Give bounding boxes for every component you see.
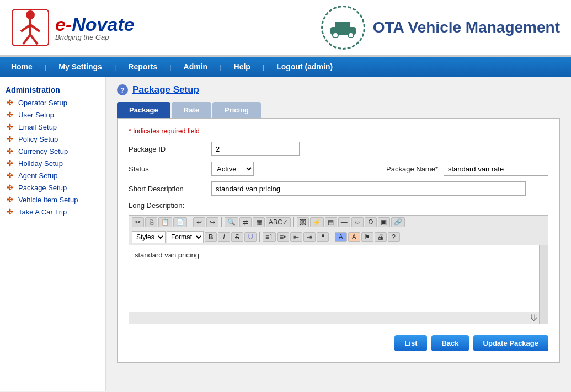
tab-package[interactable]: Package <box>117 102 170 118</box>
rte-btn-cut[interactable]: ✂ <box>132 217 144 227</box>
rte-btn-indent[interactable]: ⇥ <box>303 232 316 242</box>
rte-btn-templates[interactable]: ▣ <box>378 217 390 227</box>
rte-sep1 <box>190 217 190 227</box>
rte-btn-undo[interactable]: ↩ <box>193 217 205 227</box>
sidebar-item-currency-setup[interactable]: ✤ Currency Setup <box>0 145 105 157</box>
rte-btn-copy[interactable]: ⎘ <box>145 217 157 227</box>
rte-btn-redo[interactable]: ↪ <box>206 217 218 227</box>
nav-my-settings[interactable]: My Settings <box>47 57 113 77</box>
rte-format-select[interactable]: Format <box>167 231 204 243</box>
update-package-button[interactable]: Update Package <box>473 335 548 351</box>
required-note: * Indicates required field <box>129 127 548 135</box>
rte-btn-smiley[interactable]: ☺ <box>351 217 364 227</box>
sidebar-label-currency-setup: Currency Setup <box>18 147 68 155</box>
rte-btn-outdent[interactable]: ⇤ <box>290 232 302 242</box>
nav-help[interactable]: Help <box>223 57 262 77</box>
star-icon: ✤ <box>7 183 15 192</box>
rte-btn-paste[interactable]: 📋 <box>158 217 172 227</box>
long-desc-label-row: Long Description: <box>129 201 548 210</box>
rte-btn-grid[interactable]: ▤ <box>325 217 337 227</box>
rte-btn-link[interactable]: 🔗 <box>391 217 405 227</box>
rte-btn-spellcheck[interactable]: ABC✓ <box>266 217 291 227</box>
sidebar-item-agent-setup[interactable]: ✤ Agent Setup <box>0 169 105 181</box>
back-button[interactable]: Back <box>431 335 468 351</box>
rte-btn-paste-text[interactable]: 📄 <box>173 217 187 227</box>
star-icon: ✤ <box>7 147 15 155</box>
sidebar-item-package-setup[interactable]: ✤ Package Setup <box>0 181 105 194</box>
rte-btn-italic[interactable]: I <box>218 232 230 242</box>
rte-btn-hr[interactable]: ― <box>338 217 350 227</box>
rte-toolbar2: Styles Format B I S U ≡1 ≡• ⇤ ⇥ ❝ <box>129 229 548 245</box>
rte-resize-handle[interactable]: ⟱ <box>129 312 539 324</box>
star-icon: ✤ <box>7 135 15 143</box>
rte-scrollbar[interactable] <box>539 245 548 324</box>
sidebar-item-policy-setup[interactable]: ✤ Policy Setup <box>0 133 105 145</box>
rte-btn-underline[interactable]: U <box>244 232 257 242</box>
sidebar-label-holiday-setup: Holiday Setup <box>18 159 63 168</box>
rte-btn-replace[interactable]: ⇄ <box>239 217 252 227</box>
page-title[interactable]: Package Setup <box>132 84 199 95</box>
nav-reports[interactable]: Reports <box>117 57 168 77</box>
svg-point-10 <box>348 33 354 38</box>
rte-btn-ordered-list[interactable]: ≡1 <box>263 232 276 242</box>
rte-btn-help[interactable]: ? <box>388 232 400 242</box>
logo-icon <box>11 8 50 47</box>
nav-admin[interactable]: Admin <box>173 57 219 77</box>
sidebar-item-email-setup[interactable]: ✤ Email Setup <box>0 121 105 133</box>
rte-btn-blockquote[interactable]: ❝ <box>317 232 329 242</box>
rte-styles-select[interactable]: Styles <box>132 231 166 243</box>
rte-btn-find[interactable]: 🔍 <box>225 217 238 227</box>
rte-btn-flag[interactable]: ⚑ <box>361 232 373 242</box>
list-button[interactable]: List <box>394 335 427 351</box>
rte-btn-table[interactable]: ▦ <box>253 217 265 227</box>
svg-line-3 <box>30 25 40 31</box>
sidebar-label-user-setup: User Setup <box>18 111 54 119</box>
sidebar-label-package-setup: Package Setup <box>18 184 67 192</box>
action-buttons: List Back Update Package <box>129 335 548 351</box>
rte-body[interactable]: standard van pricing <box>129 245 539 312</box>
rte-btn-color2[interactable]: A <box>348 232 360 242</box>
rte-btn-strikethrough[interactable]: S <box>231 232 243 242</box>
short-desc-input[interactable] <box>211 181 526 196</box>
logo-right: OTA Vehicle Management <box>321 6 560 50</box>
rte-btn-flash[interactable]: ⚡ <box>310 217 324 227</box>
logo-left: e-Novate Bridging the Gap <box>11 8 135 47</box>
sidebar-item-operator-setup[interactable]: ✤ Operator Setup <box>0 96 105 109</box>
star-icon: ✤ <box>7 110 15 119</box>
rte-sep3 <box>293 217 294 227</box>
svg-line-2 <box>21 25 30 31</box>
rte-btn-bold[interactable]: B <box>205 232 217 242</box>
sidebar-item-take-car-trip[interactable]: ✤ Take A Car Trip <box>0 206 105 218</box>
svg-point-0 <box>26 10 35 19</box>
short-desc-row: Short Description <box>129 181 548 196</box>
sidebar-label-take-car-trip: Take A Car Trip <box>18 208 67 216</box>
nav-logout[interactable]: Logout (admin) <box>265 57 344 77</box>
logo-brand: e-Novate <box>55 14 135 35</box>
nav-home[interactable]: Home <box>0 57 44 77</box>
sidebar-item-user-setup[interactable]: ✤ User Setup <box>0 109 105 121</box>
rte-btn-unordered-list[interactable]: ≡• <box>277 232 289 242</box>
status-select[interactable]: Active Inactive <box>211 162 254 176</box>
package-name-label: Package Name* <box>386 165 438 173</box>
sidebar-item-vehicle-item-setup[interactable]: ✤ Vehicle Item Setup <box>0 194 105 206</box>
sidebar-label-agent-setup: Agent Setup <box>18 171 58 180</box>
rte-btn-image[interactable]: 🖼 <box>297 217 309 227</box>
rte-btn-special-char[interactable]: Ω <box>365 217 377 227</box>
tab-pricing[interactable]: Pricing <box>212 102 261 118</box>
rte-sep5 <box>332 232 332 242</box>
sidebar-label-policy-setup: Policy Setup <box>18 135 58 143</box>
tab-rate[interactable]: Rate <box>172 102 211 118</box>
status-row: Status Active Inactive Package Name* <box>129 162 548 176</box>
package-id-row: Package ID <box>129 142 548 156</box>
package-name-input[interactable] <box>444 162 548 176</box>
logo-text: e-Novate Bridging the Gap <box>55 14 135 41</box>
sidebar-item-holiday-setup[interactable]: ✤ Holiday Setup <box>0 157 105 169</box>
long-desc-label: Long Description: <box>129 201 206 210</box>
package-id-input[interactable] <box>211 142 300 156</box>
nav-bar: Home | My Settings | Reports | Admin | H… <box>0 57 571 77</box>
tabs: Package Rate Pricing <box>117 102 560 118</box>
help-icon[interactable]: ? <box>117 84 128 95</box>
rte-btn-print[interactable]: 🖨 <box>375 232 387 242</box>
svg-line-4 <box>23 35 30 44</box>
rte-btn-color1[interactable]: A <box>335 232 347 242</box>
